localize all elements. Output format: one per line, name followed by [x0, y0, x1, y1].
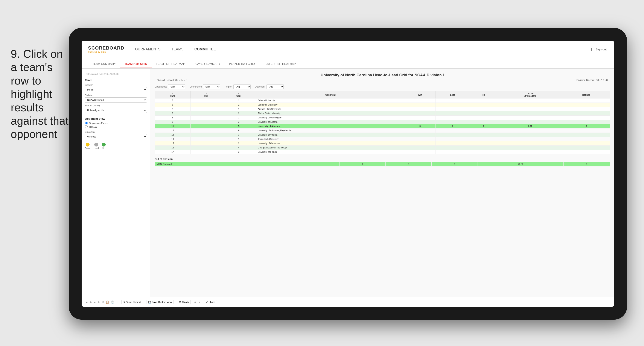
view-original-btn[interactable]: 👁 View: Original — [121, 300, 143, 304]
download-icon[interactable]: ⬇ — [194, 301, 196, 304]
filter-region-label: Region — [224, 85, 232, 88]
table-row[interactable]: 9-3University of Arizona — [155, 120, 610, 124]
sign-out-link[interactable]: Sign out — [596, 48, 607, 51]
nav-item-committee[interactable]: COMMITTEE — [194, 46, 216, 52]
sub-nav-team-h2h-heatmap[interactable]: TEAM H2H HEATMAP — [152, 60, 190, 68]
last-updated: Last Updated: 27/03/2024 16:55:38 — [85, 73, 147, 75]
school-select[interactable]: University of Nort... — [85, 108, 147, 113]
sub-nav: TEAM SUMMARY TEAM H2H GRID TEAM H2H HEAT… — [82, 58, 614, 69]
out-of-division-title: Out of division — [154, 158, 610, 161]
filter-region-select[interactable]: (All) — [234, 84, 250, 89]
sub-nav-team-summary[interactable]: TEAM SUMMARY — [88, 60, 120, 68]
col-rank: #Rank — [155, 91, 191, 98]
sub-nav-player-h2h-heatmap[interactable]: PLAYER H2H HEATMAP — [259, 60, 300, 68]
colour-section: Colour by Win/loss Down Level — [85, 131, 147, 149]
save-icon: 💾 — [148, 301, 151, 304]
top-nav: SCOREBOARD Powered by clippi TOURNAMENTS… — [82, 41, 614, 58]
grid-title: University of North Carolina Head-to-Hea… — [154, 73, 610, 77]
table-row[interactable]: 14-1Texas Tech University — [155, 137, 610, 141]
col-tie: Tie — [470, 91, 497, 98]
out-div-tie: 0 — [432, 162, 478, 166]
filters-row: Opponents: (All) Conference (All) Region — [154, 84, 610, 89]
filter-opponent-select[interactable]: (All) — [266, 84, 284, 89]
team-section-title: Team — [85, 78, 147, 82]
out-div-row[interactable]: NCAA Division II 1 0 0 26.00 3 — [155, 162, 610, 166]
filter-conference: Conference (All) — [190, 84, 220, 89]
out-div-diff: 26.00 — [478, 162, 564, 166]
sub-nav-team-h2h-grid[interactable]: TEAM H2H GRID — [120, 60, 152, 68]
gender-label: Gender — [85, 84, 147, 86]
table-row[interactable]: 4-1Arizona State University — [155, 107, 610, 111]
view-label: View: Original — [126, 301, 141, 303]
col-win: Win — [405, 91, 435, 98]
table-row[interactable]: 2-1Auburn University — [155, 98, 610, 103]
out-of-division-table: NCAA Division II 1 0 0 26.00 3 — [154, 162, 610, 166]
screen-icon[interactable]: 🖥 — [198, 301, 201, 304]
division-record: Division Record: 88 - 17 - 0 — [576, 79, 608, 82]
tablet-screen: SCOREBOARD Powered by clippi TOURNAMENTS… — [82, 41, 614, 307]
overall-record: Overall Record: 89 - 17 - 0 — [157, 79, 187, 82]
undo-redo-icons: ↩ ↻ ↩ ✂ ⎘ 📋 🕐 — [86, 301, 114, 304]
gender-select[interactable]: Men's — [85, 87, 147, 92]
logo-powered: Powered by clippi — [88, 51, 124, 53]
filter-opponent: Opponent (All) — [255, 84, 284, 89]
watch-icon: 👁 — [179, 301, 181, 303]
paste-icon[interactable]: 📋 — [106, 301, 109, 304]
table-header-row: #Rank #Reg #Conf Opponent Win Loss Tie D… — [155, 91, 610, 98]
watch-btn[interactable]: 👁 Watch — [177, 300, 191, 304]
left-panel: Last Updated: 27/03/2024 16:55:38 Team G… — [82, 69, 150, 297]
undo2-icon[interactable]: ↩ — [94, 301, 96, 304]
table-row[interactable]: 17-3University of Florida — [155, 150, 610, 154]
filter-conference-select[interactable]: (All) — [203, 84, 220, 89]
share-btn[interactable]: ↗ Share — [204, 300, 217, 304]
table-row[interactable]: 3-2Vanderbilt University — [155, 103, 610, 107]
nav-item-teams[interactable]: TEAMS — [171, 46, 184, 52]
division-select[interactable]: NCAA Division I — [85, 97, 147, 102]
instruction-text: 9. Click on a team's row to highlight re… — [11, 47, 71, 141]
school-label: School (Rank) — [85, 104, 147, 107]
division-label: Division — [85, 94, 147, 96]
logo-scoreboard: SCOREBOARD — [88, 45, 124, 51]
out-div-label: NCAA Division II — [155, 162, 340, 166]
save-label: Save Custom View — [152, 301, 172, 303]
table-row[interactable]: 15-2University of Oklahoma — [155, 141, 610, 146]
h2h-table: #Rank #Reg #Conf Opponent Win Loss Tie D… — [154, 91, 610, 154]
records-row: Overall Record: 89 - 17 - 0 Division Rec… — [154, 79, 610, 82]
col-loss: Loss — [435, 91, 470, 98]
save-custom-btn[interactable]: 💾 Save Custom View — [146, 300, 174, 304]
legend-up: Up — [102, 143, 106, 149]
undo-icon[interactable]: ↩ — [86, 301, 88, 304]
filter-opponents-label: Opponents: — [154, 85, 167, 88]
radio-top-100[interactable]: Top 100 — [85, 125, 147, 128]
table-row[interactable]: 6-2Florida State University — [155, 111, 610, 116]
legend-items: Down Level Up — [85, 143, 147, 149]
clock-icon[interactable]: 🕐 — [111, 301, 114, 304]
filter-opponents: Opponents: (All) — [154, 84, 185, 89]
table-row[interactable]: 13-3University of Virginia — [155, 133, 610, 137]
main-content: Last Updated: 27/03/2024 16:55:38 Team G… — [82, 69, 614, 297]
filter-region: Region (All) — [224, 84, 250, 89]
copy-icon[interactable]: ⎘ — [102, 301, 104, 304]
table-row[interactable]: 12-6University of Arkansas, Fayetteville — [155, 128, 610, 133]
cut-icon[interactable]: ✂ — [98, 301, 100, 304]
sub-nav-player-summary[interactable]: PLAYER SUMMARY — [190, 60, 224, 68]
sub-nav-player-h2h-grid[interactable]: PLAYER H2H GRID — [224, 60, 259, 68]
colour-by-select[interactable]: Win/loss — [85, 134, 147, 139]
out-div-loss: 0 — [386, 162, 432, 166]
table-row[interactable]: 11-5University of Alabama3002.618 — [155, 124, 610, 128]
redo-icon[interactable]: ↻ — [90, 301, 92, 304]
legend-dot-down — [86, 143, 90, 146]
filter-opponents-select[interactable]: (All) — [168, 84, 185, 89]
col-opponent: Opponent — [256, 91, 405, 98]
nav-items: TOURNAMENTS TEAMS COMMITTEE — [133, 46, 591, 52]
share-label: Share — [209, 301, 215, 303]
nav-separator: | — [591, 48, 592, 51]
share-icon: ↗ — [206, 301, 208, 304]
toolbar-separator-1: | — [118, 301, 118, 303]
table-row[interactable]: 16-4Georgia Institute of Technology — [155, 146, 610, 150]
radio-opponents-played[interactable]: Opponents Played — [85, 122, 147, 124]
table-row[interactable]: 8-2University of Washington — [155, 116, 610, 120]
out-of-division: Out of division NCAA Division II 1 0 0 2… — [154, 158, 610, 166]
bottom-toolbar: ↩ ↻ ↩ ✂ ⎘ 📋 🕐 | 👁 View: Original 💾 Save … — [82, 297, 614, 307]
nav-item-tournaments[interactable]: TOURNAMENTS — [133, 46, 160, 52]
